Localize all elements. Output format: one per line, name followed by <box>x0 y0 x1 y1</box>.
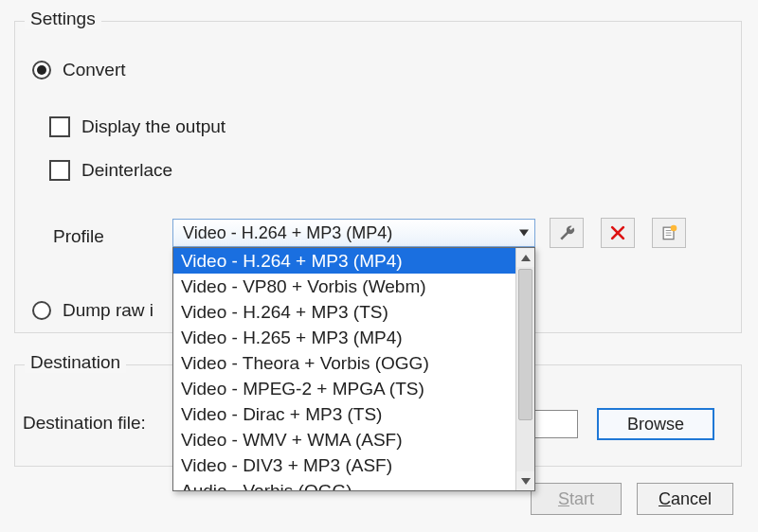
checkbox-deinterlace[interactable]: Deinterlace <box>49 160 172 181</box>
profile-option[interactable]: Video - Theora + Vorbis (OGG) <box>173 350 515 376</box>
new-file-icon <box>659 223 678 242</box>
checkbox-display-output-label: Display the output <box>81 116 226 137</box>
profile-option[interactable]: Audio - Vorbis (OGG) <box>173 478 515 490</box>
destination-legend: Destination <box>25 352 126 373</box>
profile-option[interactable]: Video - VP80 + Vorbis (Webm) <box>173 274 515 299</box>
profile-option[interactable]: Video - H.265 + MP3 (MP4) <box>173 325 515 350</box>
profile-option[interactable]: Video - DIV3 + MP3 (ASF) <box>173 452 515 478</box>
profile-dropdown-list: Video - H.264 + MP3 (MP4)Video - VP80 + … <box>173 248 515 490</box>
scroll-up-button[interactable] <box>516 248 534 267</box>
delete-profile-button[interactable] <box>601 218 635 248</box>
radio-convert-indicator <box>32 61 51 80</box>
browse-button[interactable]: Browse <box>597 408 714 440</box>
chevron-down-icon <box>519 230 529 237</box>
profile-option[interactable]: Video - H.264 + MP3 (MP4) <box>173 248 515 274</box>
profile-option[interactable]: Video - MPEG-2 + MPGA (TS) <box>173 376 515 401</box>
svg-point-4 <box>671 225 677 232</box>
profile-label: Profile <box>53 226 104 247</box>
radio-convert[interactable]: Convert <box>32 60 126 80</box>
profile-option[interactable]: Video - Dirac + MP3 (TS) <box>173 401 515 427</box>
wrench-icon <box>557 223 576 242</box>
radio-convert-label: Convert <box>63 60 126 80</box>
edit-profile-button[interactable] <box>550 218 584 248</box>
scroll-thumb[interactable] <box>518 269 532 420</box>
radio-dump-raw-label: Dump raw i <box>63 300 153 321</box>
destination-file-label: Destination file: <box>23 413 146 434</box>
radio-dump-raw[interactable]: Dump raw i <box>32 300 153 321</box>
checkbox-deinterlace-box <box>49 160 70 181</box>
checkbox-deinterlace-label: Deinterlace <box>81 160 172 181</box>
profile-option[interactable]: Video - H.264 + MP3 (TS) <box>173 299 515 325</box>
cancel-button[interactable]: Cancel <box>637 483 733 515</box>
cancel-button-label: Cancel <box>659 489 712 509</box>
scroll-down-button[interactable] <box>516 471 534 490</box>
radio-dump-raw-indicator <box>32 301 51 320</box>
chevron-down-icon <box>521 478 531 485</box>
start-button-label: Start <box>558 489 594 509</box>
checkbox-display-output-box <box>49 116 70 137</box>
new-profile-button[interactable] <box>652 218 686 248</box>
chevron-up-icon <box>521 255 531 261</box>
profile-option[interactable]: Video - WMV + WMA (ASF) <box>173 427 515 452</box>
scrollbar[interactable] <box>515 248 534 490</box>
profile-combobox-value: Video - H.264 + MP3 (MP4) <box>183 223 392 243</box>
start-button[interactable]: Start <box>531 483 622 515</box>
settings-legend: Settings <box>25 9 101 29</box>
profile-dropdown[interactable]: Video - H.264 + MP3 (MP4)Video - VP80 + … <box>172 247 535 491</box>
browse-button-label: Browse <box>627 415 684 434</box>
checkbox-display-output[interactable]: Display the output <box>49 116 226 137</box>
profile-combobox[interactable]: Video - H.264 + MP3 (MP4) <box>172 219 535 247</box>
x-icon <box>608 223 627 242</box>
